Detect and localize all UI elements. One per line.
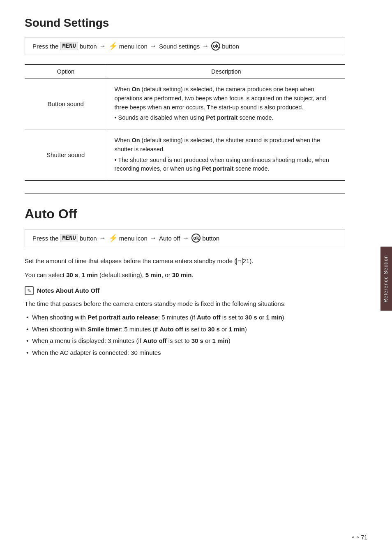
table-row: Shutter sound When On (default setting) … (25, 130, 345, 181)
notes-box: ✎ Notes About Auto Off (25, 286, 345, 296)
auto-arrow-2: → (150, 234, 157, 242)
list-item: When shooting with Smile timer: 5 minute… (25, 325, 345, 334)
col-header-option: Option (25, 65, 107, 79)
table-row: Button sound When On (default setting) i… (25, 79, 345, 130)
auto-button-suffix: button (202, 235, 219, 242)
page-number: ⚬⚬ 71 (351, 534, 367, 541)
wrench-icon: ⚡ (108, 42, 118, 51)
notes-title: Notes About Auto Off (37, 286, 99, 296)
notes-bullet-list: When shooting with Pet portrait auto rel… (25, 313, 345, 357)
auto-off-instruction: Press the MENU button → ⚡ menu icon → Au… (25, 229, 345, 247)
desc-shutter-sound: When On (default setting) is selected, t… (107, 130, 345, 181)
auto-off-body: Set the amount of time that elapses befo… (25, 256, 345, 357)
button-sound-bullets: Sounds are disabled when using Pet portr… (115, 113, 338, 123)
sound-settings-label: Sound settings (159, 43, 200, 50)
sound-settings-title: Sound Settings (25, 16, 345, 30)
auto-ok-button-icon: ok (191, 234, 201, 243)
reference-section-tab: Reference Section (380, 247, 392, 311)
col-header-description: Description (107, 65, 345, 79)
button-suffix: button (222, 43, 239, 50)
menu-key: MENU (60, 42, 78, 50)
auto-arrow-1: → (99, 234, 106, 242)
sound-settings-instruction: Press the MENU button → ⚡ menu icon → So… (25, 37, 345, 55)
notes-intro: The time that passes before the camera e… (25, 299, 345, 309)
auto-off-body-text-2: You can select 30 s, 1 min (default sett… (25, 270, 345, 280)
auto-menu-icon-label: menu icon (119, 235, 148, 242)
instruction-prefix: Press the (32, 43, 58, 50)
shutter-sound-bullets: The shutter sound is not produced when u… (115, 156, 338, 174)
option-button-sound: Button sound (25, 79, 107, 130)
ok-button-icon: ok (211, 42, 220, 51)
auto-off-label: Auto off (159, 235, 180, 242)
section-divider (25, 193, 345, 194)
auto-instruction-prefix: Press the (32, 235, 58, 242)
auto-off-title: Auto Off (25, 206, 345, 222)
auto-menu-key: MENU (60, 234, 78, 242)
note-icon: ✎ (25, 286, 34, 295)
arrow-2: → (150, 42, 157, 50)
menu-icon-label: menu icon (119, 43, 148, 50)
page-icon: ⚬⚬ (351, 534, 360, 541)
desc-button-sound: When On (default setting) is selected, t… (107, 79, 345, 130)
auto-arrow-3: → (182, 234, 189, 242)
list-item: When shooting with Pet portrait auto rel… (25, 313, 345, 322)
auto-wrench-icon: ⚡ (108, 234, 118, 243)
list-item: When the AC adapter is connected: 30 min… (25, 348, 345, 358)
instruction-button: button (80, 43, 97, 50)
auto-off-section: Auto Off Press the MENU button → ⚡ menu … (25, 206, 345, 357)
auto-instruction-button: button (80, 235, 97, 242)
arrow-1: → (99, 42, 106, 50)
settings-table: Option Description Button sound When On … (25, 64, 345, 181)
arrow-3: → (202, 42, 209, 50)
auto-off-body-text-1: Set the amount of time that elapses befo… (25, 256, 345, 266)
list-item: When a menu is displayed: 3 minutes (if … (25, 336, 345, 346)
page-num: 71 (361, 534, 367, 541)
option-shutter-sound: Shutter sound (25, 130, 107, 181)
